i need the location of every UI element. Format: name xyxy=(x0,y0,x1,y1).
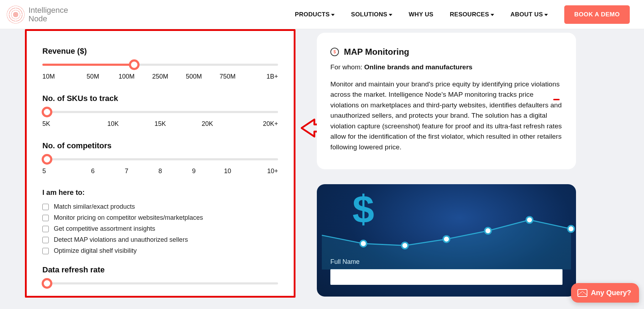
slider-refresh-thumb[interactable] xyxy=(42,278,52,289)
slider-tick: 50M xyxy=(76,73,110,80)
slider-revenue-thumb[interactable] xyxy=(129,59,140,70)
slider-tick: 7 xyxy=(110,167,143,175)
check-row[interactable]: Detect MAP violations and unauthorized s… xyxy=(42,236,278,244)
check-label: Detect MAP violations and unauthorized s… xyxy=(54,236,188,244)
slider-tick: 250M xyxy=(143,73,177,80)
for-whom-label: For whom: xyxy=(330,63,364,71)
brand-line1: Intelligence xyxy=(28,6,68,14)
for-whom-value: Online brands and manufacturers xyxy=(364,63,472,71)
chevron-down-icon xyxy=(389,14,392,16)
nav-resources[interactable]: RESOURCES xyxy=(450,11,494,18)
map-monitoring-card: MAP Monitoring For whom: Online brands a… xyxy=(317,33,576,169)
info-title: MAP Monitoring xyxy=(344,47,409,57)
brand-line2: Node xyxy=(28,15,68,23)
chevron-down-icon xyxy=(491,14,494,16)
slider-competitors-label: No. of competitors xyxy=(42,141,278,150)
nav-why-us-label: WHY US xyxy=(409,11,434,18)
slider-skus-label: No. of SKUs to track xyxy=(42,94,278,103)
info-body-text: Monitor and maintain your brand's price … xyxy=(330,79,562,152)
slider-tick: 9 xyxy=(177,167,211,175)
slider-tick: 20K xyxy=(184,120,231,128)
checkbox[interactable] xyxy=(42,204,49,210)
sparkline-chart xyxy=(317,198,576,270)
check-label: Get competitive assortment insights xyxy=(54,225,155,233)
svg-point-4 xyxy=(526,217,533,223)
map-price-icon xyxy=(330,48,339,56)
nav-why-us[interactable]: WHY US xyxy=(409,11,434,18)
brand-name: Intelligence Node xyxy=(28,6,68,22)
slider-tick: 1B+ xyxy=(244,73,278,80)
book-demo-button[interactable]: BOOK A DEMO xyxy=(564,5,630,24)
slider-tick: 750M xyxy=(211,73,245,80)
slider-revenue-ticks: 10M50M100M250M500M750M1B+ xyxy=(42,73,278,80)
chevron-down-icon xyxy=(544,14,548,16)
check-row[interactable]: Optimize digital shelf visibility xyxy=(42,247,278,255)
check-label: Match similar/exact products xyxy=(54,203,135,211)
pricing-form-card: $ Full Name xyxy=(317,184,576,297)
slider-revenue-track[interactable] xyxy=(42,64,278,66)
slider-competitors: No. of competitors 567891010+ xyxy=(42,141,278,175)
slider-tick: 100M xyxy=(110,73,143,80)
site-header: Intelligence Node PRODUCTS SOLUTIONS WHY… xyxy=(0,0,644,29)
slider-skus-thumb[interactable] xyxy=(42,107,52,117)
svg-point-0 xyxy=(360,240,367,247)
slider-skus: No. of SKUs to track 5K10K15K20K20K+ xyxy=(42,94,278,128)
checkbox[interactable] xyxy=(42,237,49,243)
svg-point-5 xyxy=(568,226,574,232)
slider-tick: 20K+ xyxy=(231,120,278,128)
check-row[interactable]: Match similar/exact products xyxy=(42,203,278,211)
checkbox[interactable] xyxy=(42,226,49,232)
check-row[interactable]: Get competitive assortment insights xyxy=(42,225,278,233)
mail-icon xyxy=(577,289,587,297)
slider-skus-ticks: 5K10K15K20K20K+ xyxy=(42,120,278,128)
slider-revenue-fill xyxy=(42,64,134,66)
slider-tick: 10 xyxy=(211,167,245,175)
check-label: Monitor pricing on competitor websites/m… xyxy=(54,214,203,222)
slider-tick: 10K xyxy=(89,120,136,128)
slider-competitors-thumb[interactable] xyxy=(42,154,52,165)
slider-tick: 5 xyxy=(42,167,76,175)
chat-label: Any Query? xyxy=(591,289,631,297)
slider-tick: 6 xyxy=(76,167,110,175)
nav-about-us-label: ABOUT US xyxy=(511,11,543,18)
full-name-input[interactable] xyxy=(330,269,562,285)
checks-title: I am here to: xyxy=(42,188,278,197)
nav-products-label: PRODUCTS xyxy=(295,11,330,18)
svg-point-2 xyxy=(443,236,450,242)
check-label: Optimize digital shelf visibility xyxy=(54,247,137,255)
slider-revenue-label: Revenue ($) xyxy=(42,47,278,56)
svg-point-1 xyxy=(402,242,408,249)
brand-logo[interactable]: Intelligence Node xyxy=(6,5,68,24)
slider-competitors-ticks: 567891010+ xyxy=(42,167,278,175)
nav-products[interactable]: PRODUCTS xyxy=(295,11,335,18)
slider-refresh-label: Data refresh rate xyxy=(42,265,278,275)
chat-widget-button[interactable]: Any Query? xyxy=(571,283,639,303)
slider-tick: 8 xyxy=(143,167,177,175)
slider-revenue: Revenue ($) 10M50M100M250M500M750M1B+ xyxy=(42,47,278,80)
slider-tick: 10+ xyxy=(244,167,278,175)
checks-list: Match similar/exact productsMonitor pric… xyxy=(42,203,278,255)
slider-tick: 10M xyxy=(42,73,76,80)
slider-tick: 500M xyxy=(177,73,211,80)
highlight-box: Revenue ($) 10M50M100M250M500M750M1B+ No… xyxy=(25,29,295,298)
checkbox[interactable] xyxy=(42,215,49,221)
info-for-whom: For whom: Online brands and manufacturer… xyxy=(330,63,562,71)
nav-resources-label: RESOURCES xyxy=(450,11,489,18)
slider-tick: 5K xyxy=(42,120,89,128)
main-nav: PRODUCTS SOLUTIONS WHY US RESOURCES ABOU… xyxy=(295,5,630,24)
check-row[interactable]: Monitor pricing on competitor websites/m… xyxy=(42,214,278,222)
slider-competitors-track[interactable] xyxy=(42,158,278,160)
chevron-down-icon xyxy=(331,14,335,16)
slider-refresh-track[interactable] xyxy=(42,282,278,284)
slider-tick: 15K xyxy=(137,120,184,128)
slider-skus-track[interactable] xyxy=(42,111,278,113)
spellcheck-underline xyxy=(553,99,560,100)
checkbox[interactable] xyxy=(42,248,49,254)
calculator-card: Revenue ($) 10M50M100M250M500M750M1B+ No… xyxy=(27,31,294,296)
nav-about-us[interactable]: ABOUT US xyxy=(511,11,548,18)
svg-point-3 xyxy=(485,228,491,234)
nav-solutions-label: SOLUTIONS xyxy=(351,11,387,18)
nav-solutions[interactable]: SOLUTIONS xyxy=(351,11,392,18)
logo-mark-icon xyxy=(6,5,25,24)
